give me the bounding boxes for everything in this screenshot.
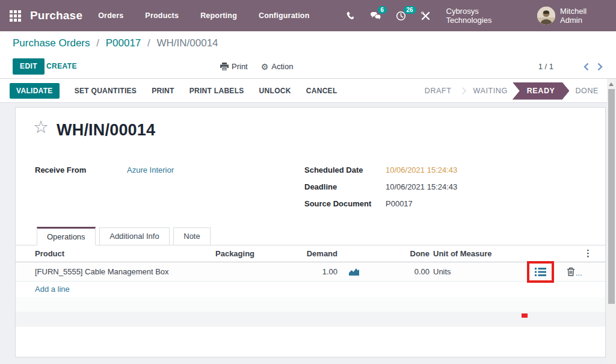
cell-demand[interactable]: 1.00	[277, 267, 337, 276]
stage-pipeline: DRAFT WAITING READY DONE	[425, 79, 599, 103]
empty-row-stripe	[16, 312, 605, 327]
form-statusbar: VALIDATE SET QUANTITIES PRINT PRINT LABE…	[0, 79, 607, 103]
activities-badge: 26	[404, 6, 416, 14]
create-button[interactable]: CREATE	[46, 58, 77, 75]
red-annotation-dot	[522, 313, 528, 318]
column-unit-of-measure[interactable]: Unit of Measure	[433, 249, 492, 258]
record-title: WH/IN/00014	[57, 121, 155, 140]
print-labels-button[interactable]: PRINT LABELS	[189, 87, 244, 95]
breadcrumb-purchase-orders[interactable]: Purchase Orders	[13, 37, 90, 49]
column-demand[interactable]: Demand	[277, 249, 337, 258]
deadline-value: 10/06/2021 15:24:43	[386, 182, 457, 191]
cell-done[interactable]: 0.00	[381, 267, 430, 276]
tab-operations[interactable]: Operations	[37, 227, 96, 245]
pager-arrows	[584, 58, 603, 75]
delete-row-icon[interactable]: ...	[567, 267, 582, 276]
validate-button[interactable]: VALIDATE	[10, 83, 60, 99]
source-document-value: P00017	[386, 199, 413, 208]
row-more-dots[interactable]: ...	[576, 270, 582, 276]
activities-icon[interactable]: 26	[396, 11, 406, 21]
user-menu[interactable]: Mitchell Admin	[560, 7, 608, 25]
menu-configuration[interactable]: Configuration	[259, 11, 310, 20]
stage-ready-active[interactable]: READY	[513, 82, 570, 100]
cancel-button[interactable]: CANCEL	[306, 87, 337, 95]
breadcrumb-current: WH/IN/00014	[157, 37, 218, 49]
cell-uom[interactable]: Units	[433, 267, 451, 276]
gear-icon: ⚙	[261, 62, 269, 72]
menu-products[interactable]: Products	[145, 11, 179, 20]
add-a-line-link[interactable]: Add a line	[35, 285, 70, 294]
action-menu-label: Action	[271, 62, 293, 71]
messages-icon[interactable]: 6	[370, 11, 381, 20]
record-sheet: ☆ WH/IN/00014 Receive From Azure Interio…	[15, 107, 606, 357]
top-navbar: Purchase Orders Products Reporting Confi…	[0, 0, 616, 31]
optional-columns-icon[interactable]: ⋮	[584, 248, 593, 259]
stage-done[interactable]: DONE	[575, 87, 599, 95]
column-packaging[interactable]: Packaging	[215, 249, 254, 258]
column-done[interactable]: Done	[381, 249, 430, 258]
control-panel: Purchase Orders / P00017 / WH/IN/00014 E…	[0, 31, 616, 79]
scheduled-date-value: 10/06/2021 15:24:43	[386, 165, 457, 174]
user-avatar[interactable]	[537, 7, 555, 25]
app-title[interactable]: Purchase	[30, 9, 82, 22]
cell-product[interactable]: [FURN_5555] Cable Management Box	[35, 267, 169, 276]
tab-note[interactable]: Note	[173, 227, 210, 245]
column-product[interactable]: Product	[35, 249, 64, 258]
forecast-chart-icon[interactable]	[348, 268, 360, 276]
breadcrumb: Purchase Orders / P00017 / WH/IN/00014	[13, 37, 218, 49]
action-menu[interactable]: ⚙ Action	[261, 62, 294, 72]
breadcrumb-p00017[interactable]: P00017	[106, 37, 141, 49]
favorite-star-icon[interactable]: ☆	[33, 119, 49, 136]
print-button[interactable]: PRINT	[152, 87, 174, 95]
pager-count: 1 / 1	[538, 58, 553, 75]
printer-icon	[220, 63, 229, 70]
pager-next-icon[interactable]	[597, 63, 603, 71]
scheduled-date-label: Scheduled Date	[304, 165, 363, 174]
operations-table-header: Product Packaging Demand Done Unit of Me…	[16, 245, 605, 262]
systray: 6 26 Cybrosys Technologies Mitchell Admi…	[331, 7, 616, 25]
print-menu-label: Print	[232, 62, 248, 71]
phone-icon[interactable]	[346, 11, 356, 20]
notebook-tabs: Operations Additional Info Note	[16, 227, 605, 245]
menu-orders[interactable]: Orders	[98, 11, 123, 20]
stage-waiting[interactable]: WAITING	[473, 87, 508, 95]
tools-icon[interactable]	[420, 11, 431, 21]
pager-previous-icon[interactable]	[584, 63, 589, 71]
company-switcher[interactable]: Cybrosys Technologies	[446, 7, 522, 25]
messages-badge: 6	[378, 6, 387, 14]
add-line-row: Add a line	[16, 282, 605, 297]
deadline-label: Deadline	[304, 182, 337, 191]
edit-button[interactable]: EDIT	[13, 58, 45, 75]
table-row[interactable]: [FURN_5555] Cable Management Box 1.00 0.…	[16, 262, 605, 282]
receive-from-label: Receive From	[35, 165, 86, 174]
scroll-up-icon[interactable]	[609, 82, 614, 86]
empty-row-stripe	[16, 297, 605, 312]
breadcrumb-separator: /	[147, 37, 150, 49]
set-quantities-button[interactable]: SET QUANTITIES	[75, 87, 137, 95]
source-document-label: Source Document	[304, 199, 371, 208]
receive-from-value[interactable]: Azure Interior	[127, 165, 174, 174]
menu-reporting[interactable]: Reporting	[200, 11, 237, 20]
tab-additional-info[interactable]: Additional Info	[99, 227, 169, 245]
scrollbar-thumb[interactable]	[608, 89, 615, 304]
detailed-operations-icon[interactable]	[535, 267, 546, 277]
unlock-button[interactable]: UNLOCK	[259, 87, 291, 95]
stage-draft[interactable]: DRAFT	[425, 87, 452, 95]
print-menu[interactable]: Print	[220, 62, 248, 71]
vertical-scrollbar[interactable]	[607, 79, 616, 364]
stage-separator-icon	[459, 87, 466, 94]
breadcrumb-separator: /	[96, 37, 99, 49]
apps-grid-icon[interactable]	[10, 10, 21, 22]
